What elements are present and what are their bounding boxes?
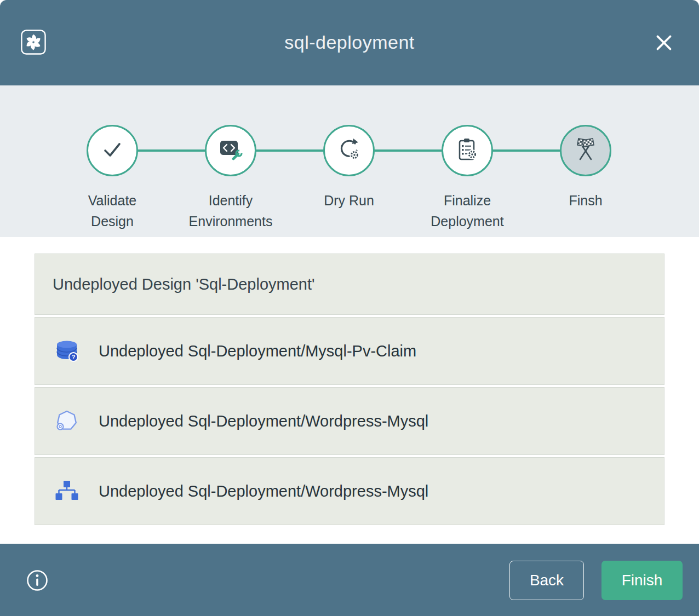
sync-gear-icon (336, 136, 362, 165)
modal-footer: Back Finish (0, 544, 699, 616)
deployment-wizard-modal: sql-deployment Validate Design (0, 0, 699, 616)
step-label: Finalize Deployment (423, 191, 512, 232)
result-header-row: Undeployed Design 'Sql-Deployment' (35, 254, 664, 315)
step-finalize-deployment: Finalize Deployment (408, 125, 526, 232)
step-label: Identify Environments (186, 191, 275, 232)
result-row-wordpress-mysql-topology: Undeployed Sql-Deployment/Wordpress-Mysq… (35, 457, 664, 525)
wizard-stepper: Validate Design Ident (0, 85, 699, 237)
result-row-text: Undeployed Sql-Deployment/Wordpress-Mysq… (99, 412, 428, 430)
step-circle-dry-run (323, 125, 375, 176)
result-row-text: Undeployed Sql-Deployment/Wordpress-Mysq… (99, 482, 428, 500)
step-dry-run: Dry Run (290, 125, 408, 232)
code-wrench-icon (217, 136, 244, 165)
checkered-flags-icon (571, 135, 600, 166)
step-circle-finish (560, 125, 611, 176)
svg-text:?: ? (72, 354, 76, 360)
result-row-wordpress-mysql-pod: Undeployed Sql-Deployment/Wordpress-Mysq… (35, 387, 664, 455)
step-circle-identify-environments (205, 125, 256, 176)
back-button[interactable]: Back (509, 561, 584, 600)
clipboard-gear-icon (454, 136, 480, 165)
step-label: Finsh (569, 191, 602, 211)
step-validate-design: Validate Design (53, 125, 171, 232)
finish-button[interactable]: Finish (601, 561, 683, 600)
result-row-mysql-pv-claim: ? Undeployed Sql-Deployment/Mysql-Pv-Cla… (35, 317, 664, 385)
modal-header: sql-deployment (0, 0, 699, 85)
result-row-text: Undeployed Sql-Deployment/Mysql-Pv-Claim (99, 342, 416, 360)
check-icon (100, 137, 125, 164)
close-icon[interactable] (654, 33, 674, 53)
info-icon[interactable] (25, 568, 49, 592)
step-label: Dry Run (324, 191, 374, 211)
topology-icon (54, 479, 80, 504)
modal-title: sql-deployment (0, 32, 699, 53)
pod-icon (54, 408, 80, 434)
step-circle-validate-design (87, 125, 138, 176)
step-finish: Finsh (526, 125, 645, 232)
step-circle-finalize-deployment (442, 125, 493, 176)
database-icon: ? (54, 339, 80, 362)
step-label: Validate Design (68, 191, 157, 232)
result-header-text: Undeployed Design 'Sql-Deployment' (53, 275, 315, 293)
deployment-results-panel: Undeployed Design 'Sql-Deployment' ? Und… (0, 237, 699, 544)
step-identify-environments: Identify Environments (171, 125, 290, 232)
